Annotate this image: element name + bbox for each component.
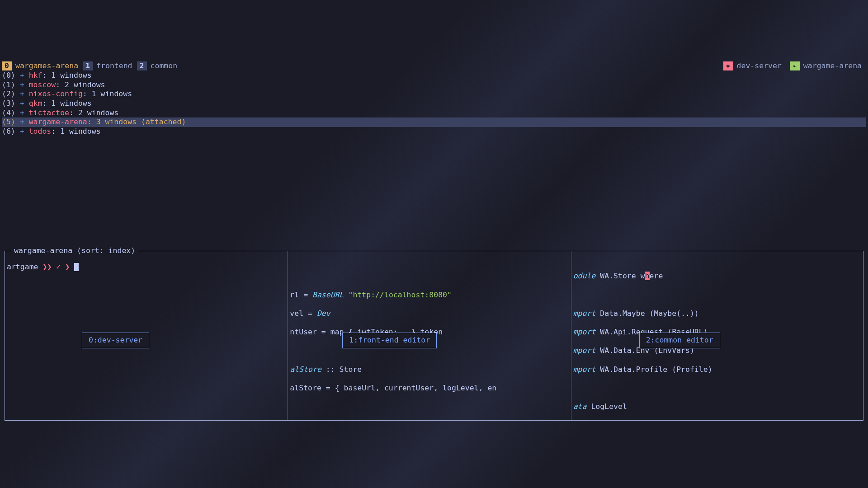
window-tabs: 0 wargames-arena 1 frontend 2 common xyxy=(2,61,182,71)
session-row[interactable]: (4) + tictactoe: 2 windows xyxy=(2,108,866,118)
tab-label-0[interactable]: wargames-arena xyxy=(12,61,83,71)
tab-num-1[interactable]: 1 xyxy=(83,61,93,70)
session-row[interactable]: (0) + hkf: 1 windows xyxy=(2,71,866,80)
status-right: ✱ dev-server ▸ wargame-arena xyxy=(720,61,866,71)
tab-label-2[interactable]: common xyxy=(147,61,182,71)
session-icon: ▸ xyxy=(790,61,800,70)
tab-num-2[interactable]: 2 xyxy=(137,61,147,70)
pane-label: 1:front-end editor xyxy=(342,333,437,348)
pane-common-editor[interactable]: odule WA.Store where mport Data.Maybe (M… xyxy=(571,251,863,420)
pane-frontend-editor[interactable]: rl = BaseURL "http://localhost:8080" vel… xyxy=(288,251,571,420)
session-row[interactable]: (3) + qkm: 1 windows xyxy=(2,99,866,108)
tmux-status-bar: 0 wargames-arena 1 frontend 2 common ✱ d… xyxy=(0,61,868,71)
session-row-selected[interactable]: (5) + wargame-arena: 3 windows (attached… xyxy=(2,117,866,127)
session-preview: wargame-arena (sort: index) artgame ❯❯ ✓… xyxy=(5,251,863,421)
cursor: h xyxy=(645,272,650,280)
prompt-symbols: ❯❯ ✓ ❯ xyxy=(42,263,74,271)
dev-server-icon: ✱ xyxy=(723,61,733,70)
session-row[interactable]: (6) + todos: 1 windows xyxy=(2,127,866,136)
prompt-path: artgame xyxy=(7,263,42,271)
pane-dev-server[interactable]: artgame ❯❯ ✓ ❯ 0:dev-server xyxy=(5,251,288,420)
session-list[interactable]: (0) + hkf: 1 windows (1) + moscow: 2 win… xyxy=(0,71,868,136)
dev-server-label: dev-server xyxy=(733,61,786,71)
pane-label: 0:dev-server xyxy=(82,333,149,348)
tab-label-1[interactable]: frontend xyxy=(93,61,137,71)
pane-label: 2:common editor xyxy=(639,333,720,348)
cursor xyxy=(74,263,79,271)
session-row[interactable]: (2) + nixos-config: 1 windows xyxy=(2,89,866,99)
session-name-label: wargame-arena xyxy=(800,61,866,71)
session-row[interactable]: (1) + moscow: 2 windows xyxy=(2,80,866,90)
tab-num-0[interactable]: 0 xyxy=(2,61,12,70)
